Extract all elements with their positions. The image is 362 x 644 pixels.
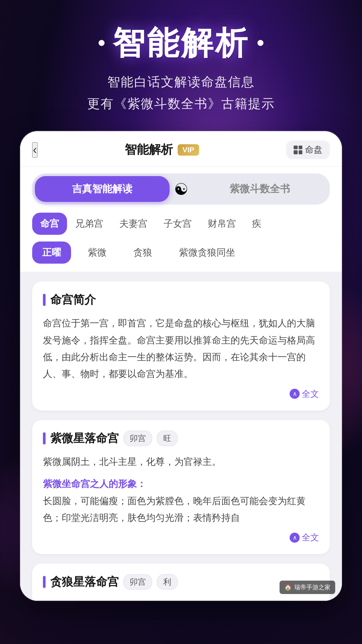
card1-full-text-btn[interactable]: ∧ 全文	[43, 388, 319, 400]
card1-title: 命宫简介	[50, 292, 96, 308]
background: 智能解析 智能白话文解读命盘信息 更有《紫微斗数全书》古籍提示 ‹ 智能解析 V…	[0, 0, 362, 644]
card3-badge-0: 卯宫	[123, 574, 152, 590]
yin-yang-icon: ☯	[170, 178, 192, 201]
title-row: 智能解析	[0, 27, 362, 59]
card2-chevron-icon: ∧	[290, 533, 300, 543]
card2-purple-link: 紫微坐命宫之人的形象：	[43, 479, 146, 489]
card2-body: 紫微属阴土，北斗主星，化尊，为官禄主。	[43, 453, 319, 470]
mingpan-label: 命盘	[305, 144, 322, 156]
card2-title: 紫微星落命宫	[50, 431, 119, 446]
watermark-icon: 🏠	[284, 584, 292, 591]
card3-title: 贪狼星落命宫	[50, 574, 119, 590]
sub-tabs: 正曜 紫微 贪狼 紫微贪狼同坐	[20, 241, 342, 272]
content-area: 命宫简介 命宫位于第一宫，即首宫，它是命盘的核心与枢纽，犹如人的大脑发号施令，指…	[20, 272, 342, 601]
card2-badge-0: 卯宫	[123, 431, 152, 446]
card1-full-text-label: 全文	[302, 388, 319, 400]
top-bar: ‹ 智能解析 VIP 命盘	[20, 131, 342, 167]
palace-tab-3[interactable]: 子女宫	[156, 213, 200, 235]
topbar-title: 智能解析	[125, 142, 173, 158]
card-mingong-intro: 命宫简介 命宫位于第一宫，即首宫，它是命盘的核心与枢纽，犹如人的大脑发号施令，指…	[32, 281, 330, 411]
toggle-jizhen[interactable]: 吉真智能解读	[35, 176, 170, 202]
palace-tab-0[interactable]: 命宫	[32, 213, 67, 235]
subtitle-line2: 更有《紫微斗数全书》古籍提示	[0, 93, 362, 115]
palace-tab-2[interactable]: 夫妻宫	[111, 213, 156, 235]
subtitle: 智能白话文解读命盘信息 更有《紫微斗数全书》古籍提示	[0, 71, 362, 114]
card2-title-row: 紫微星落命宫 卯宫 旺	[43, 431, 319, 446]
toggle-section: 吉真智能解读 ☯ 紫微斗数全书	[20, 167, 342, 213]
card2-badge-1: 旺	[157, 431, 178, 446]
palace-tab-5[interactable]: 疾	[244, 213, 269, 235]
mingpan-button[interactable]: 命盘	[286, 141, 330, 159]
card3-title-row: 贪狼星落命宫 卯宫 利	[43, 574, 319, 590]
card3-accent	[43, 576, 46, 588]
main-title: 智能解析	[113, 27, 249, 59]
toggle-wrapper: 吉真智能解读 ☯ 紫微斗数全书	[32, 173, 330, 205]
phone-card: ‹ 智能解析 VIP 命盘	[20, 131, 342, 601]
card2-accent	[43, 432, 46, 444]
card1-title-row: 命宫简介	[43, 292, 319, 308]
right-dot	[257, 40, 263, 46]
top-title-area: 智能解析 VIP	[125, 142, 199, 158]
card1-accent	[43, 294, 46, 306]
back-button[interactable]: ‹	[32, 142, 38, 158]
card2-body-text: 紫微属阴土，北斗主星，化尊，为官禄主。	[43, 457, 221, 467]
sub-tab-3[interactable]: 紫微贪狼同坐	[169, 241, 245, 264]
phone-inner: ‹ 智能解析 VIP 命盘	[20, 131, 342, 601]
toggle-ziwei[interactable]: 紫微斗数全书	[192, 176, 327, 202]
card1-body: 命宫位于第一宫，即首宫，它是命盘的核心与枢纽，犹如人的大脑发号施令，指挥全盘。命…	[43, 315, 319, 383]
header-section: 智能解析 智能白话文解读命盘信息 更有《紫微斗数全书》古籍提示	[0, 0, 362, 131]
card2-purple-section: 紫微坐命宫之人的形象： 长圆脸，可能偏瘦；面色为紫膛色，晚年后面色可能会变为红黄…	[43, 476, 319, 526]
sub-tab-0[interactable]: 正曜	[32, 241, 71, 264]
palace-tabs: 命宫 兄弟宫 夫妻宫 子女宫 财帛宫 疾	[20, 213, 342, 241]
card2-full-text-btn[interactable]: ∧ 全文	[43, 532, 319, 543]
sub-tab-2[interactable]: 贪狼	[123, 241, 162, 264]
grid-icon	[294, 146, 302, 154]
palace-tab-4[interactable]: 财帛宫	[200, 213, 244, 235]
watermark-text: 瑞帝手游之家	[294, 583, 330, 591]
card1-chevron-icon: ∧	[290, 389, 300, 399]
card2-extra-body: 长圆脸，可能偏瘦；面色为紫膛色，晚年后面色可能会变为红黄色；印堂光洁明亮，肤色均…	[43, 496, 306, 523]
card2-full-text-label: 全文	[302, 532, 319, 543]
watermark: 🏠 瑞帝手游之家	[280, 581, 335, 594]
sub-tab-1[interactable]: 紫微	[78, 241, 117, 264]
left-dot	[99, 40, 105, 46]
vip-badge: VIP	[178, 144, 199, 156]
card3-badge-1: 利	[157, 574, 178, 590]
subtitle-line1: 智能白话文解读命盘信息	[0, 71, 362, 93]
palace-tab-1[interactable]: 兄弟宫	[67, 213, 111, 235]
card-ziwei: 紫微星落命宫 卯宫 旺 紫微属阴土，北斗主星，化尊，为官禄主。 紫微坐命宫之人的…	[32, 420, 330, 554]
